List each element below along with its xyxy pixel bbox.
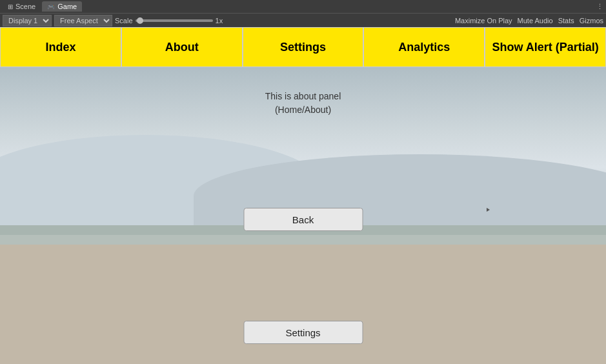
display-select[interactable]: Display 1 bbox=[3, 15, 52, 26]
tab-settings[interactable]: Settings bbox=[243, 27, 364, 67]
scale-label: Scale bbox=[115, 17, 133, 25]
gizmos-button[interactable]: Gizmos bbox=[580, 17, 603, 25]
top-bar: ⊞ Scene 🎮 Game ⋮ bbox=[0, 0, 606, 13]
tab-about[interactable]: About bbox=[121, 27, 243, 67]
mute-audio-button[interactable]: Mute Audio bbox=[518, 17, 553, 25]
maximize-on-play-button[interactable]: Maximize On Play bbox=[455, 17, 512, 25]
ground-lower bbox=[0, 245, 606, 364]
nav-tabs: Index About Settings Analytics Show Aler… bbox=[0, 27, 606, 67]
game-tab-label: Game bbox=[57, 3, 77, 10]
scene-icon: ⊞ bbox=[8, 3, 13, 10]
toolbar: Display 1 Free Aspect Scale 1x Maximize … bbox=[0, 13, 606, 27]
scale-slider[interactable] bbox=[136, 19, 213, 22]
back-button[interactable]: Back bbox=[243, 208, 363, 231]
settings-button[interactable]: Settings bbox=[243, 321, 363, 344]
game-viewport: This is about panel (Home/About) Back Se… bbox=[0, 67, 606, 364]
scale-value: 1x bbox=[216, 17, 223, 25]
game-tab[interactable]: 🎮 Game bbox=[42, 1, 82, 12]
tab-show-alert[interactable]: Show Alert (Partial) bbox=[485, 27, 606, 67]
tab-analytics[interactable]: Analytics bbox=[363, 27, 485, 67]
scene-tab[interactable]: ⊞ Scene bbox=[3, 1, 41, 12]
aspect-select[interactable]: Free Aspect bbox=[54, 15, 112, 26]
tab-index[interactable]: Index bbox=[0, 27, 121, 67]
scale-thumb bbox=[137, 17, 143, 24]
toolbar-right: Maximize On Play Mute Audio Stats Gizmos bbox=[455, 17, 603, 25]
more-options-icon[interactable]: ⋮ bbox=[596, 3, 603, 11]
scene-tab-label: Scene bbox=[15, 3, 35, 10]
game-icon: 🎮 bbox=[47, 3, 55, 10]
top-bar-right: ⋮ bbox=[596, 3, 603, 11]
stats-button[interactable]: Stats bbox=[558, 17, 574, 25]
